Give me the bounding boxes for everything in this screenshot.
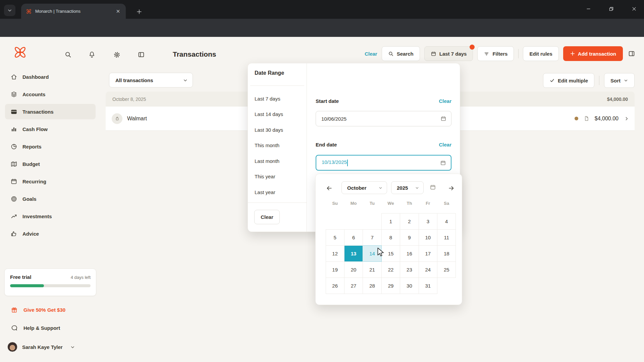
sidebar-item-budget[interactable]: Budget	[5, 156, 96, 172]
edit-rules-button[interactable]: Edit rules	[523, 46, 558, 61]
day-cell-10[interactable]: 10	[419, 229, 437, 246]
free-trial-card[interactable]: Free trial 4 days left	[4, 268, 96, 296]
calendar-mode-icon[interactable]	[430, 184, 436, 190]
day-cell-4[interactable]: 4	[437, 213, 456, 230]
tab-search-button[interactable]	[4, 5, 15, 16]
sidebar-item-dashboard[interactable]: Dashboard	[5, 69, 96, 84]
day-cell-29[interactable]: 29	[381, 278, 400, 294]
sidebar-item-reports[interactable]: Reports	[5, 139, 96, 154]
account-filter-select[interactable]: All transactions	[109, 73, 193, 87]
notifications-bell-icon[interactable]	[88, 50, 96, 59]
sidebar-item-advice[interactable]: Advice	[5, 226, 96, 241]
day-cell-13[interactable]: 13	[344, 245, 363, 262]
month-select[interactable]: October	[341, 181, 387, 194]
next-month-button[interactable]	[447, 184, 455, 192]
range-option-this-year[interactable]: This year	[248, 169, 307, 185]
date-range-button[interactable]: Last 7 days	[424, 46, 473, 61]
filters-button[interactable]: Filters	[477, 46, 514, 61]
sidebar-item-investments[interactable]: Investments	[5, 208, 96, 224]
day-grid: 1234567891011121314151617181920212223242…	[326, 213, 456, 294]
day-cell-8[interactable]: 8	[381, 229, 400, 246]
page-title: Transactions	[173, 50, 216, 58]
day-cell-28[interactable]: 28	[363, 278, 381, 294]
right-panel-toggle-icon[interactable]	[627, 49, 636, 58]
profile-menu[interactable]: Sarah Kaye Tyler	[7, 342, 75, 352]
day-cell-2[interactable]: 2	[400, 213, 419, 230]
day-cell-18[interactable]: 18	[437, 245, 456, 262]
day-cell-5[interactable]: 5	[326, 229, 344, 246]
browser-titlebar: Monarch | Transactions ✕	[0, 0, 644, 19]
settings-gear-icon[interactable]	[112, 50, 121, 59]
monarch-logo[interactable]	[11, 45, 29, 60]
sidebar-item-recurring[interactable]: Recurring	[5, 174, 96, 189]
day-cell-12[interactable]: 12	[326, 245, 344, 262]
text-caret	[347, 160, 348, 166]
end-date-clear-link[interactable]: Clear	[439, 142, 451, 147]
calendar-icon[interactable]	[440, 116, 446, 122]
range-option-last-7-days[interactable]: Last 7 days	[248, 91, 307, 107]
day-cell-31[interactable]: 31	[419, 278, 437, 294]
month-value: October	[347, 185, 367, 191]
year-select[interactable]: 2025	[391, 181, 424, 194]
day-cell-25[interactable]: 25	[437, 261, 456, 278]
minimize-button[interactable]	[582, 3, 595, 15]
edit-multiple-button[interactable]: Edit multiple	[543, 73, 594, 88]
day-cell-11[interactable]: 11	[437, 229, 456, 246]
day-cell-3[interactable]: 3	[419, 213, 437, 230]
day-cell-19[interactable]: 19	[326, 261, 344, 278]
help-support-link[interactable]: Help & Support	[11, 324, 60, 331]
layers-icon	[10, 91, 17, 98]
clear-filters-link[interactable]: Clear	[365, 51, 377, 57]
add-transaction-button[interactable]: Add transaction	[563, 46, 623, 61]
sidebar-item-transactions[interactable]: Transactions	[5, 104, 96, 119]
start-date-input[interactable]: 10/06/2025	[316, 111, 451, 126]
weekday-label: Mo	[344, 201, 363, 206]
referral-link[interactable]: Give 50% Get $30	[11, 306, 65, 313]
day-cell-26[interactable]: 26	[326, 278, 344, 294]
bars-icon	[10, 126, 17, 133]
app-window: Transactions Clear Search Last 7 days Fi…	[0, 37, 644, 362]
sort-button[interactable]: Sort	[604, 73, 635, 88]
range-option-this-month[interactable]: This month	[248, 138, 307, 154]
day-cell-21[interactable]: 21	[363, 261, 381, 278]
sidebar-toggle-icon[interactable]	[137, 50, 146, 59]
tab-close-icon[interactable]: ✕	[114, 8, 122, 15]
day-cell-7[interactable]: 7	[363, 229, 381, 246]
sidebar-item-accounts[interactable]: Accounts	[5, 86, 96, 102]
empty-day-cell	[437, 278, 456, 294]
filter-active-dot	[470, 45, 475, 50]
panel-clear-button[interactable]: Clear	[254, 210, 280, 224]
start-date-clear-link[interactable]: Clear	[439, 98, 451, 104]
empty-day-cell	[344, 213, 363, 230]
day-cell-9[interactable]: 9	[400, 229, 419, 246]
range-option-last-14-days[interactable]: Last 14 days	[248, 107, 307, 122]
range-option-last-year[interactable]: Last year	[248, 184, 307, 200]
calendar-icon	[431, 51, 436, 57]
tab-title: Monarch | Transactions	[35, 9, 114, 14]
day-cell-20[interactable]: 20	[344, 261, 363, 278]
browser-tab[interactable]: Monarch | Transactions ✕	[21, 4, 126, 19]
calendar-icon[interactable]	[440, 160, 446, 166]
day-cell-16[interactable]: 16	[400, 245, 419, 262]
search-icon[interactable]	[64, 50, 72, 59]
search-button[interactable]: Search	[382, 46, 420, 61]
new-tab-button[interactable]	[134, 7, 144, 17]
day-cell-30[interactable]: 30	[400, 278, 419, 294]
day-cell-1[interactable]: 1	[381, 213, 400, 230]
range-option-last-month[interactable]: Last month	[248, 153, 307, 169]
sidebar-item-goals[interactable]: Goals	[5, 191, 96, 206]
range-option-last-30-days[interactable]: Last 30 days	[248, 122, 307, 138]
restore-button[interactable]	[604, 3, 618, 15]
day-cell-24[interactable]: 24	[419, 261, 437, 278]
day-cell-22[interactable]: 22	[381, 261, 400, 278]
day-cell-6[interactable]: 6	[344, 229, 363, 246]
prev-month-button[interactable]	[325, 184, 333, 192]
day-cell-17[interactable]: 17	[419, 245, 437, 262]
sidebar-item-cash-flow[interactable]: Cash Flow	[5, 121, 96, 137]
close-button[interactable]	[627, 3, 641, 15]
day-cell-27[interactable]: 27	[344, 278, 363, 294]
list-actions: Edit multiple Sort	[543, 73, 635, 88]
end-date-input[interactable]: 10/13/2025	[316, 155, 451, 171]
chevron-right-icon[interactable]	[624, 116, 629, 121]
day-cell-23[interactable]: 23	[400, 261, 419, 278]
